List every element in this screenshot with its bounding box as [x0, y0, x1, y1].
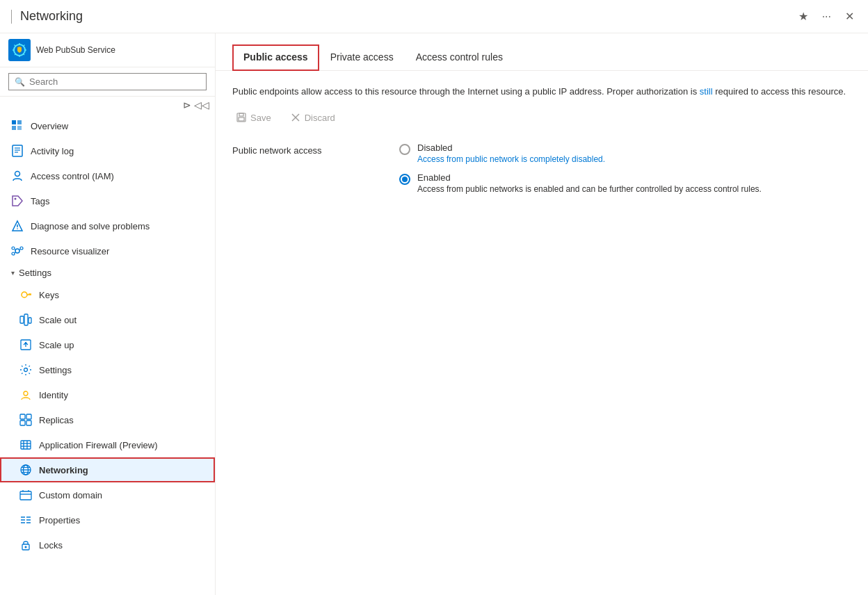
svg-rect-3 — [12, 120, 16, 124]
description-link[interactable]: still — [700, 86, 713, 97]
discard-icon — [291, 113, 300, 122]
network-section: Public network access Disabled Access fr… — [232, 142, 851, 194]
svg-line-20 — [19, 250, 20, 251]
sidebar-item-diagnose[interactable]: Diagnose and solve problems — [0, 213, 215, 238]
search-input[interactable] — [29, 76, 200, 87]
sidebar-item-label-networking: Networking — [39, 465, 88, 475]
replicas-icon — [19, 414, 32, 426]
radio-enabled[interactable] — [399, 174, 410, 185]
search-box: 🔍 — [8, 73, 207, 90]
svg-point-57 — [25, 546, 27, 548]
svg-point-14 — [17, 228, 18, 229]
svg-rect-46 — [20, 491, 31, 500]
settings-section-label: Settings — [19, 268, 51, 278]
sidebar-item-label-keys: Keys — [39, 290, 59, 300]
tab-public-access[interactable]: Public access — [232, 44, 319, 71]
sidebar-item-properties[interactable]: Properties — [0, 507, 215, 532]
sidebar-item-tags[interactable]: Tags — [0, 188, 215, 213]
networking-icon — [19, 464, 32, 476]
sidebar-item-label-access-control: Access control (IAM) — [31, 171, 114, 181]
svg-point-17 — [20, 247, 23, 250]
diagnose-icon — [11, 220, 24, 232]
svg-point-11 — [15, 172, 20, 177]
access-control-icon — [11, 170, 24, 182]
tab-access-control-rules[interactable]: Access control rules — [405, 44, 514, 71]
tabs-bar: Public access Private access Access cont… — [216, 44, 868, 71]
sidebar-item-settings[interactable]: Settings — [0, 357, 215, 382]
sidebar-item-keys[interactable]: Keys — [0, 282, 215, 307]
sidebar-item-replicas[interactable]: Replicas — [0, 407, 215, 432]
sidebar-item-networking[interactable]: Networking — [0, 457, 215, 482]
toolbar: Save Discard — [232, 110, 851, 126]
sidebar-item-overview[interactable]: Overview — [0, 113, 215, 138]
svg-rect-60 — [239, 117, 244, 121]
sidebar-item-app-firewall[interactable]: Application Firewall (Preview) — [0, 432, 215, 457]
svg-rect-35 — [26, 421, 31, 425]
svg-rect-7 — [13, 145, 22, 156]
settings-section-header[interactable]: ▾ Settings — [0, 263, 215, 282]
search-icon: 🔍 — [15, 77, 25, 87]
save-icon — [236, 113, 246, 122]
app-firewall-icon — [19, 439, 32, 451]
sidebar-item-label-locks: Locks — [39, 540, 63, 551]
keys-icon — [19, 288, 32, 301]
more-button[interactable]: ··· — [819, 8, 834, 26]
radio-disabled[interactable] — [399, 144, 410, 155]
sidebar-item-locks[interactable]: Locks — [0, 532, 215, 557]
sidebar-item-label-scale-out: Scale out — [39, 315, 77, 325]
sidebar-controls: ⊳ ◁◁ — [0, 97, 215, 113]
radio-enabled-desc: Access from public networks is enabled a… — [417, 184, 762, 194]
identity-icon — [19, 389, 32, 401]
sidebar-item-label-tags: Tags — [31, 196, 49, 206]
svg-point-16 — [12, 247, 15, 250]
favorite-button[interactable]: ★ — [796, 7, 811, 26]
svg-rect-36 — [21, 441, 31, 449]
svg-rect-4 — [17, 120, 22, 124]
svg-rect-32 — [20, 414, 25, 419]
svg-point-30 — [24, 368, 28, 372]
sidebar: Web PubSub Service 🔍 ⊳ ◁◁ Overview Acti — [0, 33, 216, 595]
svg-rect-26 — [20, 316, 24, 323]
title-bar: Networking ★ ··· ✕ — [0, 0, 868, 33]
settings-chevron: ▾ — [11, 269, 15, 277]
main-layout: Web PubSub Service 🔍 ⊳ ◁◁ Overview Acti — [0, 33, 868, 595]
radio-option-disabled: Disabled Access from public network is c… — [399, 142, 762, 164]
svg-point-31 — [24, 391, 28, 396]
close-button[interactable]: ✕ — [842, 7, 857, 26]
sidebar-item-custom-domain[interactable]: Custom domain — [0, 482, 215, 507]
title-divider — [11, 10, 12, 24]
content-area: Public access Private access Access cont… — [216, 33, 868, 595]
sidebar-item-activity-log[interactable]: Activity log — [0, 138, 215, 163]
sidebar-item-resource-visualizer[interactable]: Resource visualizer — [0, 238, 215, 263]
sidebar-item-access-control[interactable]: Access control (IAM) — [0, 163, 215, 188]
svg-rect-59 — [239, 113, 243, 116]
settings-icon — [19, 364, 32, 376]
discard-button[interactable]: Discard — [287, 110, 339, 126]
overview-icon — [11, 120, 24, 132]
sidebar-item-label-settings: Settings — [39, 365, 72, 375]
tab-private-access[interactable]: Private access — [319, 44, 405, 71]
properties-icon — [19, 514, 32, 526]
svg-rect-33 — [26, 414, 31, 419]
radio-option-enabled: Enabled Access from public networks is e… — [399, 172, 762, 194]
pin-button[interactable]: ⊳ — [183, 99, 191, 111]
svg-point-22 — [22, 292, 27, 298]
save-button[interactable]: Save — [232, 110, 275, 126]
sidebar-item-identity[interactable]: Identity — [0, 382, 215, 407]
radio-disabled-title: Disabled — [417, 142, 605, 153]
svg-rect-6 — [17, 126, 22, 130]
radio-disabled-desc: Access from public network is completely… — [417, 154, 605, 164]
svg-point-12 — [15, 198, 17, 200]
sidebar-item-label-overview: Overview — [31, 121, 68, 131]
sidebar-item-label-app-firewall: Application Firewall (Preview) — [39, 440, 158, 450]
radio-group: Disabled Access from public network is c… — [399, 142, 762, 194]
sidebar-item-scale-out[interactable]: Scale out — [0, 307, 215, 332]
sidebar-item-label-properties: Properties — [39, 515, 80, 525]
collapse-button[interactable]: ◁◁ — [194, 99, 209, 111]
scale-up-icon — [19, 339, 32, 351]
service-name: Web PubSub Service — [36, 45, 115, 55]
sidebar-item-label-scale-up: Scale up — [39, 340, 74, 350]
sidebar-item-scale-up[interactable]: Scale up — [0, 332, 215, 357]
service-icon — [8, 39, 31, 61]
tags-icon — [11, 195, 24, 207]
